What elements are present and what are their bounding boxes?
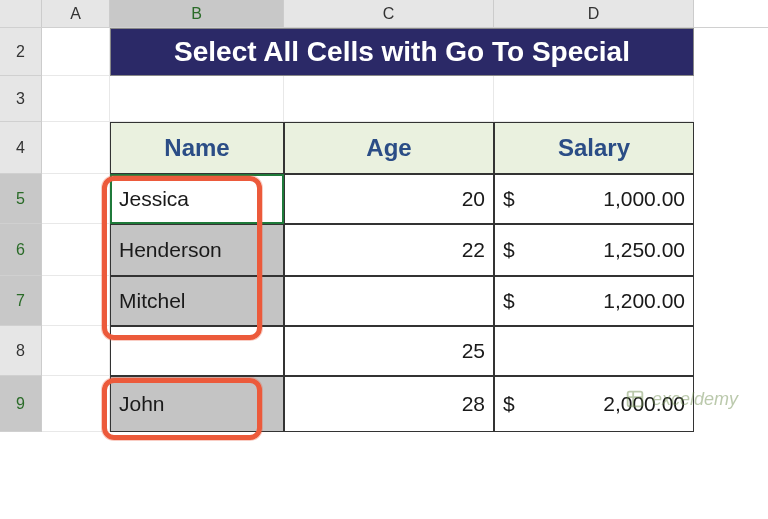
currency-symbol: $	[503, 392, 515, 416]
row-2: 2 Select All Cells with Go To Special	[0, 28, 768, 76]
row-3: 3	[0, 76, 768, 122]
cell-B3[interactable]	[110, 76, 284, 122]
col-header-D[interactable]: D	[494, 0, 694, 27]
svg-rect-0	[628, 392, 643, 407]
currency-symbol: $	[503, 187, 515, 211]
column-headers-row: A B C D	[0, 0, 768, 28]
currency-symbol: $	[503, 238, 515, 262]
cell-D3[interactable]	[494, 76, 694, 122]
row-header-8[interactable]: 8	[0, 326, 42, 376]
col-header-A[interactable]: A	[42, 0, 110, 27]
watermark-text: exceldemy	[652, 389, 738, 410]
cell-B6[interactable]: Henderson	[110, 224, 284, 276]
row-8: 8 25	[0, 326, 768, 376]
header-age[interactable]: Age	[284, 122, 494, 174]
cell-D5[interactable]: $ 1,000.00	[494, 174, 694, 224]
row-7: 7 Mitchel $ 1,200.00	[0, 276, 768, 326]
cell-C8[interactable]: 25	[284, 326, 494, 376]
title-cell[interactable]: Select All Cells with Go To Special	[110, 28, 694, 76]
cell-A5[interactable]	[42, 174, 110, 224]
cell-B8[interactable]	[110, 326, 284, 376]
cell-B7[interactable]: Mitchel	[110, 276, 284, 326]
row-header-9[interactable]: 9	[0, 376, 42, 432]
cell-A3[interactable]	[42, 76, 110, 122]
cell-A6[interactable]	[42, 224, 110, 276]
salary-value: 1,200.00	[603, 289, 685, 313]
cell-B9[interactable]: John	[110, 376, 284, 432]
cell-C6[interactable]: 22	[284, 224, 494, 276]
row-4: 4 Name Age Salary	[0, 122, 768, 174]
col-header-C[interactable]: C	[284, 0, 494, 27]
col-header-B[interactable]: B	[110, 0, 284, 27]
cell-B5[interactable]: Jessica	[110, 174, 284, 224]
cell-C9[interactable]: 28	[284, 376, 494, 432]
watermark-icon	[624, 388, 646, 410]
cell-A2[interactable]	[42, 28, 110, 76]
row-header-5[interactable]: 5	[0, 174, 42, 224]
currency-symbol: $	[503, 289, 515, 313]
row-header-6[interactable]: 6	[0, 224, 42, 276]
row-header-3[interactable]: 3	[0, 76, 42, 122]
cell-A4[interactable]	[42, 122, 110, 174]
select-all-corner[interactable]	[0, 0, 42, 27]
row-header-2[interactable]: 2	[0, 28, 42, 76]
cell-A8[interactable]	[42, 326, 110, 376]
salary-value: 1,000.00	[603, 187, 685, 211]
cell-C3[interactable]	[284, 76, 494, 122]
cell-D7[interactable]: $ 1,200.00	[494, 276, 694, 326]
spreadsheet: A B C D 2 Select All Cells with Go To Sp…	[0, 0, 768, 432]
row-5: 5 Jessica 20 $ 1,000.00	[0, 174, 768, 224]
header-salary[interactable]: Salary	[494, 122, 694, 174]
cell-A7[interactable]	[42, 276, 110, 326]
watermark: exceldemy	[624, 388, 738, 410]
cell-D6[interactable]: $ 1,250.00	[494, 224, 694, 276]
row-6: 6 Henderson 22 $ 1,250.00	[0, 224, 768, 276]
cell-D8[interactable]	[494, 326, 694, 376]
row-header-4[interactable]: 4	[0, 122, 42, 174]
cell-A9[interactable]	[42, 376, 110, 432]
row-header-7[interactable]: 7	[0, 276, 42, 326]
cell-C7[interactable]	[284, 276, 494, 326]
salary-value: 1,250.00	[603, 238, 685, 262]
cell-C5[interactable]: 20	[284, 174, 494, 224]
header-name[interactable]: Name	[110, 122, 284, 174]
